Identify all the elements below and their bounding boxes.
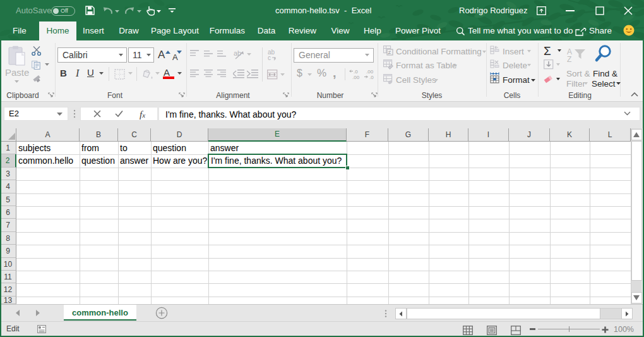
svg-text:.00: .00 xyxy=(366,69,374,75)
svg-text:.0: .0 xyxy=(369,75,374,80)
svg-text:.00: .00 xyxy=(352,75,360,80)
svg-text:.0: .0 xyxy=(354,69,358,75)
svg-text:c: c xyxy=(268,54,271,61)
svg-text:≠: ≠ xyxy=(388,49,391,56)
svg-text:ab: ab xyxy=(234,49,241,57)
svg-text:Z: Z xyxy=(567,55,571,63)
